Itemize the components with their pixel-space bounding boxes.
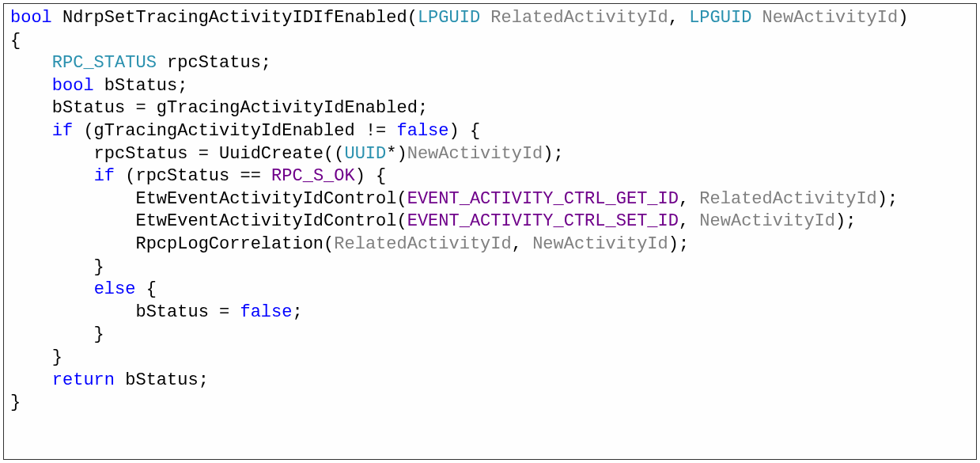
semi: ; [292, 302, 302, 322]
semi: ); [877, 189, 898, 209]
var-bstatus: bStatus; [94, 76, 188, 96]
comma: , [679, 189, 699, 209]
indent [10, 53, 52, 73]
call-etw1: EtwEventActivityIdControl( [10, 189, 407, 209]
keyword-false: false [397, 121, 449, 141]
type-uuid: UUID [344, 144, 386, 164]
type-lpguid: LPGUID [418, 8, 480, 28]
code-line-13: } [10, 256, 970, 279]
brace: ) { [355, 166, 387, 186]
keyword-if: if [94, 166, 115, 186]
code-line-4: bool bStatus; [10, 75, 970, 98]
code-line-7: if (gTracingActivityIdEnabled != false) … [10, 120, 970, 143]
comma: , [668, 8, 689, 28]
keyword-false: false [240, 302, 292, 322]
const-getid: EVENT_ACTIVITY_CTRL_GET_ID [407, 189, 679, 209]
param-related: RelatedActivityId [699, 189, 876, 209]
param-related: RelatedActivityId [334, 234, 511, 254]
comma: , [679, 211, 699, 231]
code-line-15: bStatus = false; [10, 302, 970, 324]
code-line-17: } [10, 347, 970, 370]
assign: bStatus = [10, 302, 240, 322]
indent [10, 279, 94, 299]
param-related: RelatedActivityId [480, 8, 668, 28]
code-line-10: EtwEventActivityIdControl(EVENT_ACTIVITY… [10, 188, 970, 211]
param-newid: NewActivityId [407, 144, 543, 164]
code-line-3: RPC_STATUS rpcStatus; [10, 52, 970, 75]
indent [10, 76, 52, 96]
indent [10, 121, 52, 141]
const-setid: EVENT_ACTIVITY_CTRL_SET_ID [407, 211, 679, 231]
param-new: NewActivityId [699, 211, 835, 231]
code-line-19: } [10, 392, 970, 415]
code-line-9: if (rpcStatus == RPC_S_OK) { [10, 165, 970, 188]
condition: (gTracingActivityIdEnabled != [73, 121, 396, 141]
code-line-6: bStatus = gTracingActivityIdEnabled; [10, 97, 970, 120]
indent [10, 370, 52, 390]
code-line-14: else { [10, 279, 970, 302]
param-new: NewActivityId [751, 8, 898, 28]
param-new: NewActivityId [532, 234, 668, 254]
code-line-8: rpcStatus = UuidCreate((UUID*)NewActivit… [10, 143, 970, 166]
type-lpguid2: LPGUID [689, 8, 751, 28]
semi: ); [668, 234, 689, 254]
call-uuidcreate: rpcStatus = UuidCreate(( [10, 144, 344, 164]
retval: bStatus; [115, 370, 209, 390]
code-line-11: EtwEventActivityIdControl(EVENT_ACTIVITY… [10, 211, 970, 233]
code-line-18: return bStatus; [10, 370, 970, 393]
var-rpcstatus: rpcStatus; [157, 53, 271, 73]
func-name: NdrpSetTracingActivityIDIfEnabled( [52, 8, 418, 28]
paren-close: ) [898, 8, 908, 28]
const-rpcok: RPC_S_OK [271, 166, 355, 186]
code-line-16: } [10, 324, 970, 347]
call-rpcp: RpcpLogCorrelation( [10, 234, 334, 254]
cast: *) [386, 144, 407, 164]
call-etw2: EtwEventActivityIdControl( [10, 211, 407, 231]
type-rpcstatus: RPC_STATUS [52, 53, 157, 73]
keyword-return: return [52, 370, 115, 390]
semi: ); [835, 211, 856, 231]
brace: ) { [449, 121, 481, 141]
keyword-if: if [52, 121, 73, 141]
condition: (rpcStatus == [115, 166, 271, 186]
keyword-bool: bool [52, 76, 94, 96]
code-line-12: RpcpLogCorrelation(RelatedActivityId, Ne… [10, 233, 970, 256]
comma: , [512, 234, 532, 254]
semi: ); [543, 144, 563, 164]
brace: { [135, 279, 156, 299]
code-line-1: bool NdrpSetTracingActivityIDIfEnabled(L… [10, 7, 970, 30]
keyword-bool: bool [10, 8, 52, 28]
keyword-else: else [94, 279, 136, 299]
indent [10, 166, 94, 186]
code-block: bool NdrpSetTracingActivityIDIfEnabled(L… [3, 3, 977, 460]
code-line-2: { [10, 30, 970, 53]
